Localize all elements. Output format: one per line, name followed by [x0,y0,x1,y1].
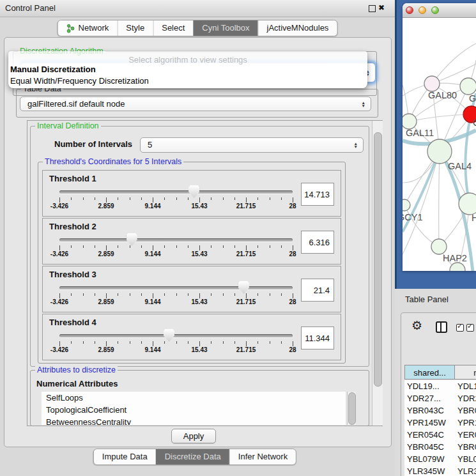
number-of-intervals-combo[interactable]: 5 ▲▼ [140,137,364,153]
table-cell: YDR27 [455,392,476,404]
tick-label: 28 [289,203,296,210]
table-row[interactable]: YLR345WYLR34 [404,465,476,476]
tick-label: 9.144 [144,250,160,257]
network-window-titlebar [403,3,476,18]
table-row[interactable]: YBL079WYBL07 [404,453,476,465]
list-item[interactable]: TopologicalCoefficient [42,404,346,416]
checkbox-checked-icon[interactable] [466,324,474,332]
tab-impute-data[interactable]: Impute Data [94,449,156,464]
slider-track[interactable] [59,190,293,194]
tick-mark [83,197,84,200]
tab-jactivemnodules[interactable]: jActiveMNodules [258,20,337,36]
network-node [450,263,465,271]
attributes-list-scrollbar[interactable] [347,392,356,425]
list-item[interactable]: BetweennessCentrality [42,416,346,425]
list-item[interactable]: SelfLoops [42,392,346,404]
table-row[interactable]: YDL19...YDL19 [404,380,476,392]
apply-button[interactable]: Apply [171,429,216,443]
threshold-panel-4: Threshold 4-3.4262.8599.14415.4321.71528… [42,314,341,360]
popup-item-2[interactable]: Equal Width/Frequency Discretization [10,76,149,86]
tick-mark [188,293,188,296]
table-cell: YBR04 [455,441,476,453]
tick-mark [59,245,60,250]
tick-mark [234,293,235,296]
column-header-1[interactable]: shared... [404,365,455,380]
tick-mark [223,245,224,248]
tick-mark [199,341,200,346]
tick-mark [188,245,188,248]
settings-scrollbar[interactable] [372,121,383,426]
tab-select[interactable]: Select [153,20,193,36]
network-node-gal [460,78,476,95]
tab-network[interactable]: Network [58,20,118,36]
tick-mark [293,197,293,203]
tick-mark [281,293,282,296]
tick-mark [176,245,177,248]
close-icon[interactable]: ✖ [378,3,385,12]
minimize-traffic-light[interactable] [418,6,426,14]
tick-mark [71,197,72,200]
table-row[interactable]: YPR145WYPR14 [404,417,476,429]
table-row[interactable]: YBR045CYBR04 [404,441,476,453]
slider-handle[interactable] [188,185,199,198]
table-row[interactable]: YER054CYER05 [404,429,476,441]
gear-icon[interactable]: ⚙ [411,319,422,332]
network-canvas[interactable]: GAL80GALCGAL11GAL4GCY1HHAP2 [403,18,476,271]
tab-cyni-toolbox[interactable]: Cyni Toolbox [193,20,257,36]
network-graph-icon [66,24,75,33]
slider-handle[interactable] [164,329,174,342]
tick-mark [118,341,118,344]
slider-handle[interactable] [127,233,137,246]
tab-style[interactable]: Style [117,20,153,36]
tick-mark [234,341,235,344]
tick-mark [234,197,235,200]
node-label: GAL80 [428,90,457,100]
tick-mark [59,293,60,298]
popup-placeholder: Select algorithm to view settings [8,55,367,65]
popup-item-1[interactable]: Manual Discretization [10,65,96,74]
table-row[interactable]: YDR27...YDR27 [404,392,476,404]
table-header-row: shared...name [404,365,476,380]
slider-track[interactable] [59,238,293,242]
scrollbar-thumb[interactable] [374,132,382,387]
slider-handle[interactable] [238,281,249,294]
scrollbar-thumb[interactable] [348,392,356,425]
tick-mark [164,245,165,248]
network-node-gal80 [424,76,440,91]
tick-label: 21.715 [236,298,256,305]
float-window-icon[interactable] [369,5,376,12]
threshold-value-field[interactable]: 11.344 [301,326,334,349]
table-row[interactable]: YBR043CYBR04 [404,404,476,417]
slider-track[interactable] [59,334,293,337]
table-data-combo[interactable]: galFiltered.sif default node ▲▼ [20,96,371,111]
tick-mark [83,341,84,344]
slider-track[interactable] [59,286,293,289]
tick-label: 2.859 [98,298,114,305]
tab-infer-network[interactable]: Infer Network [229,449,296,464]
close-traffic-light[interactable] [406,6,413,14]
node-label: GAL4 [448,161,472,171]
tick-mark [257,197,258,200]
numerical-attributes-list[interactable]: SelfLoopsTopologicalCoefficientBetweenne… [42,392,346,425]
tick-mark [176,293,177,296]
tick-mark [211,197,211,200]
tick-mark [141,197,142,200]
zoom-traffic-light[interactable] [431,6,439,14]
tick-mark [118,245,118,248]
tick-mark [153,197,153,203]
thresholds-groupbox: Threshold 1-3.4262.8599.14415.4321.71528… [38,162,346,364]
checkbox-checked-icon[interactable] [456,324,464,332]
column-layout-icon[interactable] [436,321,447,333]
tab-label: Discretize Data [165,449,221,464]
tick-mark [293,293,293,298]
tab-discretize-data[interactable]: Discretize Data [156,449,229,464]
threshold-value-field[interactable]: 6.316 [301,231,334,254]
tick-mark [106,341,107,346]
tick-mark [141,293,142,296]
threshold-value-field[interactable]: 14.713 [301,183,334,206]
tick-mark [257,293,258,296]
column-header-2[interactable]: name [455,365,476,380]
table-panel-content: ⚙ shared...name YDL19...YDL19YDR27...YDR… [401,312,476,476]
threshold-value-field[interactable]: 21.4 [301,279,334,302]
tick-mark [211,245,211,248]
